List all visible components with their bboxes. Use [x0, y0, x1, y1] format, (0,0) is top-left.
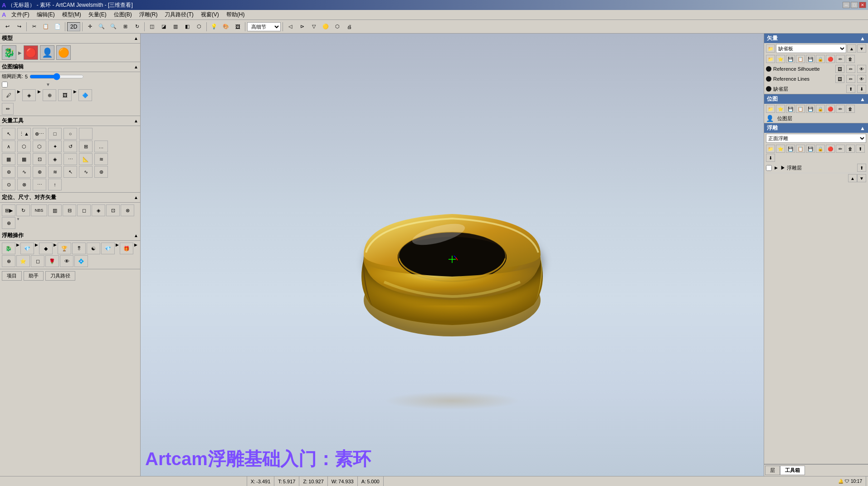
vec-tool-dots2[interactable]: ⋯ [33, 179, 46, 190]
paste-button[interactable]: 📄 [52, 21, 63, 32]
vec-layer-arrow-up[interactable]: ▲ [847, 44, 856, 53]
relief-icon-4[interactable]: 🏆 [58, 243, 71, 254]
layer-ref-sil-btn3[interactable]: 👁 [857, 65, 866, 73]
vec-layer-btn2[interactable]: ⭐ [776, 55, 785, 63]
vec-layer-btn1[interactable]: 📁 [766, 55, 775, 63]
relief-nav-up[interactable]: ▲ [848, 174, 857, 182]
layer-row-default[interactable]: 缺省层 ⬆ ⬇ [764, 84, 868, 94]
relief-btn6[interactable]: 🔒 [816, 145, 825, 153]
view-zoom-out-button[interactable]: 🔍 [108, 21, 119, 32]
pos-icon-pencil[interactable]: ✏ [2, 103, 14, 115]
step-input[interactable] [29, 74, 84, 79]
vec-tool-dots[interactable]: ⋯ [63, 153, 77, 165]
vec-tool-spiral[interactable]: ⊛ [2, 166, 15, 178]
minimize-button[interactable]: ─ [843, 2, 850, 8]
bmp-btn3[interactable]: 💾 [786, 105, 795, 113]
relief-expand-arrow[interactable]: ▶ [775, 165, 778, 170]
vec-tool-star[interactable]: ✦ [48, 141, 62, 152]
pos-icon-3[interactable]: ⊕ [43, 89, 56, 101]
relief-icon-14[interactable]: 💠 [74, 255, 88, 267]
relief-btn9[interactable]: 🗑 [846, 145, 855, 153]
view-extra-btn1[interactable]: ◁ [285, 21, 296, 32]
copy-button[interactable]: 📋 [40, 21, 51, 32]
undo-button[interactable]: ↩ [2, 21, 13, 32]
model-collapse-arrow[interactable]: ▲ [134, 36, 138, 41]
align-icon-5[interactable]: ◻ [77, 204, 91, 216]
menu-edit[interactable]: 编辑(E) [33, 10, 59, 19]
view-back-button[interactable]: ◪ [158, 21, 169, 32]
view-zoom-in-button[interactable]: 🔍 [96, 21, 107, 32]
vector-layer-arrow[interactable]: ▲ [860, 35, 865, 42]
align-icon-2[interactable]: ↻ [16, 204, 30, 216]
relief-btn5[interactable]: 💾 [806, 145, 815, 153]
vec-tool-gear[interactable]: ⊛ [94, 166, 108, 178]
align-icon-3[interactable]: ▥ [48, 204, 62, 216]
menu-toolpath[interactable]: 刀具路径(T) [161, 10, 197, 19]
layer-ref-lines-btn3[interactable]: 👁 [857, 75, 866, 83]
relief-icon-1[interactable]: 🐉 [2, 243, 15, 254]
vec-tool-table[interactable]: ▦ [2, 153, 15, 165]
toolbar-btn-wire[interactable]: ⬡ [332, 21, 343, 32]
tab-helper[interactable]: 助手 [24, 271, 44, 281]
vec-tool-target[interactable]: ⊙ [2, 179, 15, 190]
layer-ref-sil-btn2[interactable]: ✏ [846, 65, 855, 73]
vec-tool-circle[interactable]: ○ [63, 128, 77, 140]
relief-btn-down[interactable]: ⬇ [766, 154, 775, 162]
relief-icon-12[interactable]: 🌹 [45, 255, 59, 267]
layer-ref-lines-btn2[interactable]: ✏ [846, 75, 855, 83]
menu-vector[interactable]: 矢量(E) [85, 10, 110, 19]
tab-toolpath[interactable]: 刀具路径 [45, 271, 75, 281]
menu-model[interactable]: 模型(M) [59, 10, 85, 19]
layer-row-ref-lines[interactable]: Reference Lines 🖼 ✏ 👁 [764, 74, 868, 84]
view-extra-btn2[interactable]: ⊳ [297, 21, 307, 32]
relief-icon-13[interactable]: 👁 [60, 255, 73, 267]
tab-layers[interactable]: 层 [765, 466, 780, 475]
pos-editor-arrow[interactable]: ▲ [134, 64, 138, 69]
toolbar-btn-color[interactable]: 🟡 [320, 21, 331, 32]
relief-icon-7[interactable]: 💎 [101, 243, 115, 254]
view-zoom-fit-button[interactable]: ⊞ [120, 21, 131, 32]
view-pan-button[interactable]: ✛ [84, 21, 95, 32]
model-icon-gem2[interactable]: 🟠 [56, 45, 71, 60]
vec-layer-btn5[interactable]: 💾 [806, 55, 815, 63]
pos-icon-1[interactable]: 🖊 [2, 89, 15, 101]
vec-layer-folder[interactable]: 📁 [766, 44, 775, 53]
vec-tool-intersect[interactable]: ⊕ [33, 166, 46, 178]
menu-bitmap[interactable]: 位图(B) [110, 10, 136, 19]
bmp-btn9[interactable]: 🗑 [846, 105, 855, 113]
bmp-btn6[interactable]: 🔒 [816, 105, 825, 113]
vec-tool-hatch[interactable]: ▦ [17, 153, 31, 165]
layer-row-relief[interactable]: ▶ ▶ 浮雕层 ⬆ [764, 163, 868, 173]
light-button[interactable]: 💡 [209, 21, 219, 32]
menu-view[interactable]: 视窗(V) [197, 10, 223, 19]
view-2d-button[interactable]: 2D [67, 22, 80, 31]
align-icon-8[interactable]: ⊗ [121, 204, 134, 216]
material-button[interactable]: 🎨 [220, 21, 231, 32]
vec-tool-measure[interactable]: 📐 [79, 153, 93, 165]
vec-tool-row6[interactable] [79, 128, 93, 140]
bitmap-layer-arrow[interactable]: ▲ [860, 96, 865, 102]
vec-tool-wave[interactable]: ≋ [94, 153, 108, 165]
align-section-arrow[interactable]: ▲ [134, 195, 138, 200]
vec-tool-arrow[interactable]: ↖ [63, 166, 77, 178]
vec-layer-btn9[interactable]: 🗑 [846, 55, 855, 63]
tab-projects[interactable]: 项目 [2, 271, 22, 281]
relief-icon-10[interactable]: ⭐ [16, 255, 30, 267]
layer-ref-lines-btn1[interactable]: 🖼 [835, 75, 844, 83]
bmp-btn2[interactable]: ⭐ [776, 105, 785, 113]
menu-help[interactable]: 帮助(H) [223, 10, 249, 19]
view-rotate-button[interactable]: ↻ [132, 21, 142, 32]
viewport[interactable]: Artcam浮雕基础入门：素环 [141, 34, 764, 476]
vec-tool-freehand[interactable]: ∿ [79, 166, 93, 178]
vec-layer-btn6[interactable]: 🔒 [816, 55, 825, 63]
view-side-button[interactable]: ◧ [182, 21, 193, 32]
vec-tool-radial[interactable]: ◈ [48, 153, 62, 165]
tab-toolbox[interactable]: 工具箱 [780, 466, 805, 475]
align-icon-nbs[interactable]: NBS [31, 204, 47, 216]
bmp-btn7[interactable]: 🔴 [826, 105, 835, 113]
defect-dropdown[interactable]: 缺省板 [776, 44, 846, 53]
relief-btn4[interactable]: 📋 [796, 145, 805, 153]
view-top-button[interactable]: ▥ [170, 21, 181, 32]
relief-direction-dropdown[interactable]: 正面浮雕 [766, 134, 866, 143]
model-icon-gem[interactable]: 🔴 [24, 45, 38, 60]
